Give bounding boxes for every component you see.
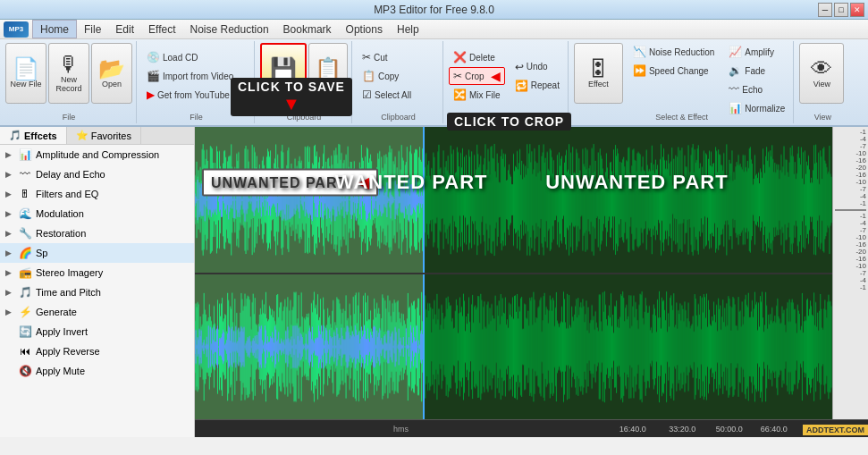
ribbon-group-file-new: 📄 New File 🎙 NewRecord 📂 Open File <box>2 41 137 123</box>
ribbon-small-group-effects2: 📈 Amplify 🔉 Fade 〰 Echo 📊 Normalize <box>724 43 789 117</box>
track-1[interactable]: UNWANTED PART ◀ WANTED PART UNWANTED PAR… <box>195 127 832 274</box>
menu-effect[interactable]: Effect <box>141 20 182 38</box>
timeline-mark-1: 33:20.0 <box>669 425 695 434</box>
ribbon-group-edit-label: Clipboard <box>354 113 442 122</box>
sidebar-item-delay[interactable]: ▶ 〰 Delay and Echo <box>0 164 194 184</box>
menu-edit[interactable]: Edit <box>108 20 141 38</box>
save-down-arrow: ▼ <box>238 94 345 114</box>
new-file-button[interactable]: 📄 New File <box>5 43 46 104</box>
crop-arrow: ◀ <box>491 69 501 83</box>
get-youtube-button[interactable]: ▶ Get from YouTube <box>142 86 238 104</box>
menu-help[interactable]: Help <box>390 20 426 38</box>
menu-home[interactable]: Home <box>32 20 77 38</box>
amplify-button[interactable]: 📈 Amplify <box>724 43 789 61</box>
selection-overlay-left-2 <box>195 274 425 420</box>
expand-icon-restoration: ▶ <box>5 229 14 238</box>
ribbon-small-group-editing2: ↩ Undo 🔁 Repeat <box>510 58 564 95</box>
ribbon: 📄 New File 🎙 NewRecord 📂 Open File <box>0 39 868 127</box>
menu-noise-reduction[interactable]: Noise Reduction <box>183 20 276 38</box>
delete-button[interactable]: ❌ Delete <box>449 48 505 66</box>
speed-icon: ⏩ <box>633 64 646 77</box>
cut-button[interactable]: ✂ Cut <box>358 48 416 66</box>
sidebar-tab-effects[interactable]: 🎵 Effcets <box>0 127 67 144</box>
speed-change-button[interactable]: ⏩ Speed Change <box>628 62 719 80</box>
crop-button[interactable]: ✂ Crop ◀ <box>449 67 505 85</box>
invert-icon: 🔄 <box>18 324 32 339</box>
import-video-button[interactable]: 🎬 Import from Video <box>142 67 238 85</box>
db-label-22: -1 <box>835 284 866 291</box>
sidebar-item-pitch[interactable]: ▶ 🎵 Time and Pitch <box>0 282 194 302</box>
menu-bar: MP3 Home File Edit Effect Noise Reductio… <box>0 20 868 39</box>
sidebar-tab-favorites[interactable]: ⭐ Favorites <box>67 127 141 144</box>
sidebar-item-stereo[interactable]: ▶ 📻 Stereo Imagery <box>0 263 194 282</box>
noise-icon: 📉 <box>633 46 646 58</box>
ribbon-small-group-editing: ❌ Delete ✂ Crop ◀ 🔀 Mix File <box>449 48 505 104</box>
waveform-area[interactable]: UNWANTED PART ◀ WANTED PART UNWANTED PAR… <box>195 127 832 419</box>
expand-icon-pitch: ▶ <box>5 288 14 297</box>
menu-options[interactable]: Options <box>339 20 390 38</box>
view-button[interactable]: 👁 View <box>799 43 844 104</box>
sidebar-effects-list: ▶ 📊 Amplitude and Compression ▶ 〰 Delay … <box>0 145 194 437</box>
fade-icon: 🔉 <box>729 64 742 77</box>
sidebar-item-modulation[interactable]: ▶ 🌊 Modulation <box>0 204 194 223</box>
expand-icon-modulation: ▶ <box>5 209 14 218</box>
title-bar: MP3 Editor for Free 9.8.0 ─ □ ✕ <box>0 0 868 20</box>
ribbon-small-group-effects: 📉 Noise Reduction ⏩ Speed Change <box>628 43 719 80</box>
maximize-button[interactable]: □ <box>834 3 848 17</box>
filters-icon: 🎚 <box>18 187 32 201</box>
menu-bookmark[interactable]: Bookmark <box>276 20 339 38</box>
paste-icon: 📋 <box>315 58 341 80</box>
echo-icon: 〰 <box>729 83 739 96</box>
mix-file-button[interactable]: 🔀 Mix File <box>449 86 505 104</box>
repeat-button[interactable]: 🔁 Repeat <box>510 77 564 95</box>
spectral-icon: 🌈 <box>18 246 32 260</box>
youtube-icon: ▶ <box>147 88 155 101</box>
mute-icon: 🔇 <box>18 364 32 378</box>
noise-reduction-button[interactable]: 📉 Noise Reduction <box>628 43 719 61</box>
effect-button[interactable]: 🎛 Effect <box>574 43 623 104</box>
select-all-button[interactable]: ☑ Select All <box>358 86 416 104</box>
sidebar: 🎵 Effcets ⭐ Favorites ▶ 📊 Amplitude and … <box>0 127 195 437</box>
track-2[interactable] <box>195 274 832 420</box>
expand-icon-generate: ▶ <box>5 308 14 316</box>
ribbon-small-group-file: 💿 Load CD 🎬 Import from Video ▶ Get from… <box>142 48 238 104</box>
new-file-icon: 📄 <box>13 58 39 80</box>
new-record-button[interactable]: 🎙 NewRecord <box>48 43 89 104</box>
window-controls[interactable]: ─ □ ✕ <box>818 3 864 17</box>
copy-button[interactable]: 📋 Copy <box>358 67 416 85</box>
undo-icon: ↩ <box>515 61 524 73</box>
load-cd-button[interactable]: 💿 Load CD <box>142 48 238 66</box>
wanted-part-label: WANTED PART <box>335 171 488 194</box>
db-label-11: -1 <box>835 200 866 207</box>
fade-button[interactable]: 🔉 Fade <box>724 62 789 80</box>
echo-button[interactable]: 〰 Echo <box>724 80 789 98</box>
sidebar-item-apply-mute[interactable]: 🔇 Apply Mute <box>0 361 194 381</box>
amplitude-icon: 📊 <box>18 147 32 162</box>
expand-icon-amplitude: ▶ <box>5 150 14 159</box>
sidebar-item-spectral[interactable]: ▶ 🌈 Sp <box>0 243 194 263</box>
modulation-icon: 🌊 <box>18 206 32 221</box>
timeline-unit-label: hms <box>390 425 585 434</box>
db-divider <box>835 209 866 211</box>
click-to-crop-annotation: CLICK TO CROP <box>447 113 571 131</box>
main-area: 🎵 Effcets ⭐ Favorites ▶ 📊 Amplitude and … <box>0 127 868 437</box>
record-icon: 🎙 <box>58 54 80 75</box>
sidebar-item-apply-reverse[interactable]: ⏮ Apply Reverse <box>0 341 194 361</box>
menu-file[interactable]: File <box>77 20 108 38</box>
minimize-button[interactable]: ─ <box>818 3 832 17</box>
sidebar-item-generate[interactable]: ▶ ⚡ Generate <box>0 302 194 322</box>
close-button[interactable]: ✕ <box>850 3 864 17</box>
timeline-inner: 16:40.0 33:20.0 50:00.0 66:40.0 83:20.0 <box>585 420 832 437</box>
ribbon-group-view: 👁 View View <box>796 41 849 123</box>
sidebar-item-amplitude[interactable]: ▶ 📊 Amplitude and Compression <box>0 145 194 164</box>
watermark: ADDTEXT.COM <box>803 425 868 435</box>
mix-icon: 🔀 <box>453 88 467 101</box>
ribbon-group-effect: 🎛 Effect 📉 Noise Reduction ⏩ Speed Chang… <box>570 41 794 123</box>
open-button[interactable]: 📂 Open <box>91 43 132 104</box>
sidebar-item-apply-invert[interactable]: 🔄 Apply Invert <box>0 322 194 341</box>
video-icon: 🎬 <box>147 70 160 82</box>
sidebar-item-restoration[interactable]: ▶ 🔧 Restoration <box>0 223 194 243</box>
sidebar-item-filters[interactable]: ▶ 🎚 Filters and EQ <box>0 184 194 204</box>
ribbon-group-edit: ✂ Cut 📋 Copy ☑ Select All Clipboard <box>354 41 443 123</box>
undo-button[interactable]: ↩ Undo <box>510 58 564 76</box>
